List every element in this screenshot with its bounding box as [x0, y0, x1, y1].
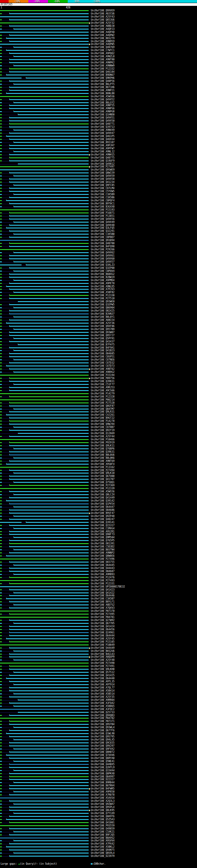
alignment-row[interactable]: UniRef100_P07371	[0, 720, 197, 723]
alignment-row[interactable]: UniRef100_B9I107	[0, 141, 197, 144]
alignment-row[interactable]: UniRef100_P27495	[0, 613, 197, 616]
alignment-row[interactable]: UniRef100_Q9SPL4	[0, 806, 197, 809]
alignment-row[interactable]: UniRef100_Q7XAV6	[0, 754, 197, 757]
alignment-row[interactable]: UniRef100_P27369	[0, 484, 197, 487]
alignment-row[interactable]: UniRef100_O64456	[0, 628, 197, 631]
alignment-row[interactable]: UniRef100_Q9ZP48	[0, 515, 197, 518]
alignment-row[interactable]: UniRef100_Q24961	[0, 631, 197, 634]
alignment-row[interactable]: UniRef100_O64447	[0, 505, 197, 509]
alignment-row[interactable]: UniRef100_Q41B23	[0, 349, 197, 352]
alignment-row[interactable]: UniRef100_Q46934	[0, 138, 197, 141]
alignment-row[interactable]: UniRef100_C0SP51	[0, 355, 197, 359]
alignment-row[interactable]: UniRef100_Q15317	[0, 524, 197, 527]
alignment-row[interactable]: UniRef100_A5BKL2	[0, 845, 197, 848]
alignment-row[interactable]: UniRef100_B9RB44	[0, 781, 197, 784]
alignment-row[interactable]: UniRef100_Q2HTL9	[0, 766, 197, 769]
alignment-row[interactable]: UniRef100_Q1WL90	[0, 732, 197, 735]
alignment-row[interactable]: UniRef100_C1K5B0	[0, 233, 197, 236]
alignment-row[interactable]: UniRef100_O44449	[0, 647, 197, 650]
alignment-row[interactable]: UniRef100_C51F77	[0, 383, 197, 386]
alignment-row[interactable]: UniRef100_P12332	[0, 67, 197, 70]
alignment-row[interactable]: UniRef100_C4J261	[0, 413, 197, 416]
alignment-row[interactable]: UniRef100_Q9SYB4	[0, 723, 197, 726]
alignment-row[interactable]: UniRef100_A4QPW5	[0, 43, 197, 46]
alignment-row[interactable]: UniRef100_Q8W0E6	[0, 555, 197, 558]
alignment-row[interactable]: UniRef100_Q41449	[0, 496, 197, 499]
alignment-row[interactable]: UniRef100_Q0PKX8	[0, 772, 197, 775]
alignment-row[interactable]: UniRef100_Q40247	[0, 518, 197, 521]
alignment-row[interactable]: UniRef100_C1MXG4	[0, 527, 197, 530]
alignment-row[interactable]: UniRef100_A2SY36	[0, 322, 197, 325]
alignment-row[interactable]: UniRef100_Q41707	[0, 478, 197, 481]
alignment-row[interactable]: UniRef100_A5BFB2	[0, 291, 197, 294]
alignment-row[interactable]: UniRef100_Q41422	[0, 591, 197, 595]
alignment-row[interactable]: UniRef100_Q40P56	[0, 80, 197, 83]
alignment-row[interactable]: UniRef100_A9NNW9	[0, 64, 197, 67]
alignment-row[interactable]: UniRef100_A9CS66	[0, 389, 197, 392]
alignment-row[interactable]: UniRef100_Q461P5	[0, 135, 197, 138]
alignment-row[interactable]: UniRef100_O64446	[0, 594, 197, 597]
alignment-row[interactable]: UniRef100_O49859	[0, 827, 197, 831]
alignment-row[interactable]: UniRef100_Q40769	[0, 46, 197, 49]
alignment-row[interactable]: UniRef100_B6S2T9	[0, 37, 197, 40]
alignment-row[interactable]: UniRef100_B2BW19	[0, 276, 197, 279]
alignment-row[interactable]: UniRef100_A9TL35	[0, 680, 197, 683]
alignment-row[interactable]: UniRef100_A9NPE9	[0, 40, 197, 43]
alignment-row[interactable]: UniRef100_B9FJQ5	[0, 834, 197, 837]
alignment-row[interactable]: UniRef100_Q57512	[0, 671, 197, 674]
alignment-row[interactable]: UniRef100_P12330	[0, 294, 197, 297]
alignment-row[interactable]: UniRef100_Q9XF06	[0, 325, 197, 328]
alignment-row[interactable]: UniRef100_P27497	[0, 165, 197, 168]
alignment-row[interactable]: UniRef100_O23979	[0, 855, 197, 858]
alignment-row[interactable]: UniRef100_Q4VV56	[0, 218, 197, 221]
alignment-row[interactable]: UniRef100_A7QXV3	[0, 607, 197, 610]
alignment-row[interactable]: UniRef100_Q39713	[0, 126, 197, 129]
alignment-row[interactable]: UniRef100_A9NPS6	[0, 107, 197, 110]
alignment-row[interactable]: UniRef100_A4QPW2	[0, 34, 197, 37]
alignment-row[interactable]: UniRef100_Q1HND0	[0, 113, 197, 116]
alignment-row[interactable]: UniRef100_A9NLD5	[0, 285, 197, 288]
alignment-row[interactable]: UniRef100_C6TD32	[0, 362, 197, 365]
alignment-row[interactable]: UniRef100_P29266	[0, 248, 197, 251]
alignment-row[interactable]: UniRef100_C5XK21	[0, 831, 197, 834]
alignment-row[interactable]: UniRef100_Q75QQ1	[0, 481, 197, 484]
alignment-row[interactable]: UniRef100_A2SY45	[0, 638, 197, 641]
alignment-row[interactable]: UniRef100_Q49812	[0, 162, 197, 166]
alignment-row[interactable]: UniRef100_B0L0K6	[0, 457, 197, 460]
alignment-row[interactable]: UniRef100_B9SF47	[0, 512, 197, 515]
alignment-row[interactable]: UniRef100_Q9C655	[0, 741, 197, 745]
alignment-row[interactable]: UniRef100_C0PQF4	[0, 199, 197, 202]
alignment-row[interactable]: UniRef100_B6T1H6	[0, 86, 197, 89]
alignment-row[interactable]: UniRef100_Q6RYA0	[0, 757, 197, 760]
alignment-row[interactable]: UniRef100_Q41001	[0, 821, 197, 824]
alignment-row[interactable]: UniRef100_P27493	[0, 579, 197, 582]
alignment-row[interactable]: UniRef100_A2SY35	[0, 695, 197, 699]
alignment-row[interactable]: UniRef100_Q4VV48	[0, 224, 197, 227]
alignment-row[interactable]: UniRef100_B9T0C1	[0, 202, 197, 206]
alignment-row[interactable]: UniRef100_P13851	[0, 215, 197, 218]
alignment-row[interactable]: UniRef100_P27520	[0, 402, 197, 405]
alignment-row[interactable]: UniRef100_Q94KF5	[0, 848, 197, 852]
alignment-row[interactable]: UniRef100_Q957J7	[0, 334, 197, 337]
alignment-row[interactable]: UniRef100_P12339	[0, 487, 197, 490]
alignment-row[interactable]: UniRef100_Q84TM7	[0, 408, 197, 411]
alignment-row[interactable]: UniRef100_A9T914	[0, 683, 197, 686]
alignment-row[interactable]: UniRef100_P27494	[0, 469, 197, 472]
alignment-row[interactable]: UniRef100_P16871	[0, 212, 197, 215]
alignment-row[interactable]: UniRef100_Q4VV47	[0, 132, 197, 135]
alignment-row[interactable]: UniRef100_Q9LKH0	[0, 668, 197, 671]
alignment-row[interactable]: UniRef100_A3FQ42	[0, 702, 197, 705]
alignment-row[interactable]: UniRef100_Q4VV51	[0, 116, 197, 120]
alignment-row[interactable]: UniRef100_C1K5B6	[0, 196, 197, 199]
alignment-row[interactable]: UniRef100_C6TD73	[0, 365, 197, 368]
alignment-row[interactable]: UniRef100_A5AXS4	[0, 797, 197, 800]
alignment-row[interactable]: UniRef100_A8QUP9	[0, 655, 197, 659]
alignment-row[interactable]: UniRef100_Q9LR31	[0, 410, 197, 413]
alignment-row[interactable]: UniRef100_A7PJV3	[0, 288, 197, 291]
alignment-row[interactable]: UniRef100_Q39141	[0, 521, 197, 524]
alignment-row[interactable]: UniRef100_O22317	[0, 778, 197, 781]
alignment-row[interactable]: UniRef100_P27490	[0, 662, 197, 665]
alignment-row[interactable]: UniRef100_A4QPJ3	[0, 28, 197, 31]
alignment-row[interactable]: UniRef100_Q76BP6	[0, 447, 197, 451]
alignment-row[interactable]: UniRef100_Q7Y1X9	[0, 812, 197, 815]
